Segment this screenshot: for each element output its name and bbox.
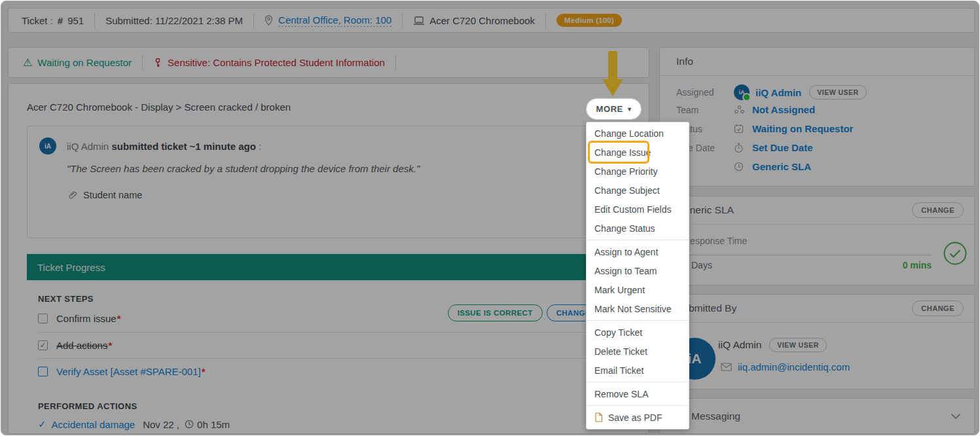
menu-divider (587, 382, 689, 382)
pdf-file-icon (594, 412, 603, 422)
menu-item-change-priority[interactable]: Change Priority (587, 162, 689, 181)
menu-item-remove-sla[interactable]: Remove SLA (587, 384, 689, 403)
menu-item-edit-custom-fields[interactable]: Edit Custom Fields (587, 200, 689, 219)
annotation-arrow-down (602, 51, 623, 96)
menu-divider (587, 320, 689, 321)
menu-item-email-ticket[interactable]: Email Ticket (587, 361, 689, 380)
more-dropdown-menu: Change Location Change Issue Change Prio… (586, 122, 689, 429)
app-root: Ticket : # 951 Submitted: 11/22/2021 2:3… (1, 1, 979, 435)
menu-item-change-location[interactable]: Change Location (587, 124, 689, 143)
caret-down-icon: ▾ (628, 105, 632, 113)
menu-item-assign-to-agent[interactable]: Assign to Agent (587, 242, 689, 261)
more-button[interactable]: MORE ▾ (586, 98, 642, 120)
menu-item-mark-urgent[interactable]: Mark Urgent (587, 280, 689, 299)
dim-overlay (1, 1, 979, 435)
menu-item-assign-to-team[interactable]: Assign to Team (587, 261, 689, 280)
menu-item-change-subject[interactable]: Change Subject (587, 181, 689, 200)
menu-divider (587, 240, 689, 240)
menu-item-mark-not-sensitive[interactable]: Mark Not Sensitive (587, 299, 689, 318)
menu-item-copy-ticket[interactable]: Copy Ticket (587, 323, 689, 342)
menu-item-save-as-pdf[interactable]: Save as PDF (587, 408, 689, 427)
menu-item-change-status[interactable]: Change Status (587, 219, 689, 238)
menu-divider (587, 405, 689, 406)
menu-item-delete-ticket[interactable]: Delete Ticket (587, 342, 689, 361)
menu-item-change-issue[interactable]: Change Issue (587, 143, 689, 162)
